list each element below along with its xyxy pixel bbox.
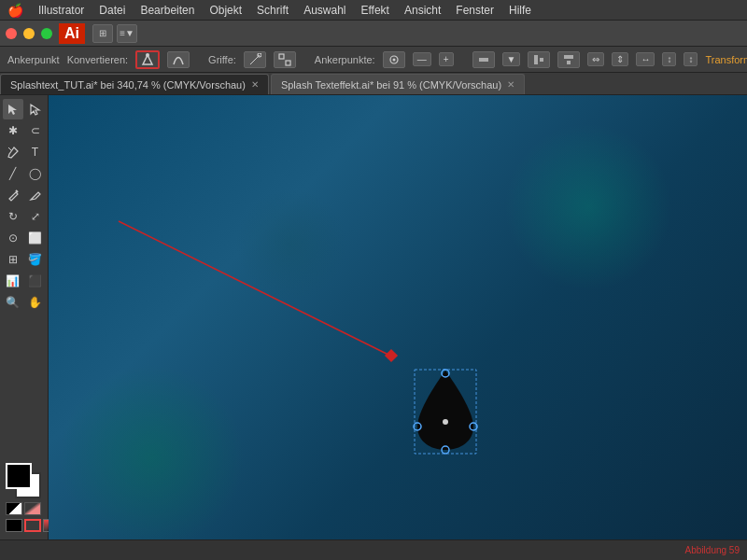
svg-line-13 — [16, 190, 18, 192]
graph-tool-pair: ⊞ 🪣 — [3, 249, 46, 270]
window-minimize-button[interactable] — [23, 28, 35, 39]
direct-selection-tool[interactable] — [25, 99, 46, 119]
svg-line-14 — [119, 221, 392, 357]
ankerpunkt-label: Ankerpunkt — [7, 54, 60, 65]
selection-tool-pair — [3, 99, 46, 119]
window-close-button[interactable] — [6, 28, 17, 39]
align-btn-2[interactable] — [557, 51, 580, 68]
svg-rect-7 — [479, 58, 488, 62]
svg-rect-3 — [279, 54, 284, 59]
svg-line-12 — [8, 147, 11, 150]
type-tool[interactable]: T — [25, 142, 46, 162]
menu-effekt[interactable]: Effekt — [360, 4, 388, 17]
canvas-area[interactable] — [49, 95, 747, 560]
app-toolbar: Ai ⊞ ≡▼ — [0, 21, 747, 47]
stroke-mode-btn[interactable] — [24, 519, 41, 532]
pen-tool[interactable] — [3, 142, 23, 162]
menu-illustrator[interactable]: Illustrator — [38, 4, 84, 17]
menu-objekt[interactable]: Objekt — [209, 4, 242, 17]
hand-tool[interactable]: ✋ — [25, 292, 46, 313]
menu-auswahl[interactable]: Auswahl — [303, 4, 345, 17]
reset-colors-btn[interactable] — [6, 502, 22, 515]
align-btn-6[interactable]: ↕ — [662, 52, 676, 66]
selection-tool[interactable] — [3, 99, 23, 119]
svg-point-0 — [146, 53, 149, 57]
paintbrush-tool[interactable] — [3, 185, 23, 205]
ellipse-tool[interactable]: ◯ — [25, 163, 46, 184]
tabs-bar: Splashtext_TUT.ai* bei 340,74 % (CMYK/Vo… — [0, 73, 747, 95]
main-area: ✱ ⊂ T ╱ ◯ ↻ ⤢ ⊙ ⬜ — [0, 95, 747, 560]
menu-hilfe[interactable]: Hilfe — [509, 4, 531, 17]
ap-btn-3[interactable]: + — [439, 52, 454, 66]
apple-menu[interactable]: 🍎 — [7, 3, 23, 18]
options-bar: Ankerpunkt Konvertieren: Griffe: Ankerpu… — [0, 47, 747, 73]
menu-bar: 🍎 Illustrator Datei Bearbeiten Objekt Sc… — [0, 0, 747, 21]
zoom-tool-pair: 🔍 ✋ — [3, 292, 46, 313]
toolbar-icon-1[interactable]: ⊞ — [92, 24, 113, 43]
ai-logo: Ai — [59, 23, 85, 44]
foreground-color-swatch[interactable] — [6, 463, 32, 489]
line-tool[interactable]: ╱ — [3, 163, 23, 184]
tab-0-close[interactable]: ✕ — [251, 79, 259, 90]
light-blob-topright — [504, 123, 672, 291]
scale-tool[interactable]: ⤢ — [25, 206, 46, 227]
rotate-tool-pair: ↻ ⤢ — [3, 206, 46, 227]
convert-corner-btn[interactable] — [135, 50, 160, 69]
droplet-svg — [413, 366, 478, 455]
swatch-pair — [6, 463, 39, 497]
ap-btn-5[interactable]: ▼ — [502, 52, 521, 66]
statusbar: Abbildung 59 — [0, 539, 747, 560]
tab-1-close[interactable]: ✕ — [507, 79, 514, 90]
rotate-tool[interactable]: ↻ — [3, 206, 23, 227]
svg-rect-9 — [540, 58, 543, 62]
status-text: Abbildung 59 — [685, 545, 740, 555]
magic-tool-pair: ✱ ⊂ — [3, 120, 46, 141]
pencil-tool[interactable] — [25, 185, 46, 205]
shape-builder-tool[interactable]: ⊞ — [3, 249, 23, 270]
light-blob-topleft — [58, 364, 245, 551]
warp-tool[interactable]: ⊙ — [3, 228, 23, 248]
ap-btn-1[interactable] — [383, 51, 405, 68]
svg-rect-4 — [286, 61, 290, 65]
griffe-btn-2[interactable] — [274, 51, 296, 68]
tab-0[interactable]: Splashtext_TUT.ai* bei 340,74 % (CMYK/Vo… — [0, 74, 269, 94]
magic-wand-tool[interactable]: ✱ — [3, 120, 23, 141]
align-btn-7[interactable]: ↕ — [684, 52, 698, 66]
slice-tool[interactable]: ⬛ — [25, 271, 46, 291]
tab-1[interactable]: Splash Texteffekt.ai* bei 91 % (CMYK/Vor… — [271, 74, 525, 94]
ap-btn-4[interactable] — [472, 51, 495, 68]
menu-ansicht[interactable]: Ansicht — [404, 4, 441, 17]
align-btn-3[interactable]: ⇔ — [587, 52, 604, 66]
live-paint-tool[interactable]: 🪣 — [25, 249, 46, 270]
menu-schrift[interactable]: Schrift — [257, 4, 289, 17]
droplet-shape[interactable] — [413, 366, 478, 450]
light-blob-center — [235, 189, 347, 301]
toolbar-icon-2[interactable]: ≡▼ — [117, 24, 137, 43]
color-swatches — [6, 463, 49, 532]
align-btn-4[interactable]: ⇕ — [612, 52, 628, 66]
fill-mode-btn[interactable] — [6, 519, 22, 532]
zoom-tool[interactable]: 🔍 — [3, 292, 23, 313]
svg-rect-10 — [564, 55, 573, 59]
align-btn-1[interactable] — [528, 51, 550, 68]
menu-datei[interactable]: Datei — [99, 4, 125, 17]
konvertieren-label: Konvertieren: — [67, 54, 128, 65]
menu-fenster[interactable]: Fenster — [456, 4, 494, 17]
swap-colors-btn[interactable] — [24, 502, 41, 515]
griffe-btn-1[interactable] — [244, 51, 266, 68]
line-tool-pair: ╱ ◯ — [3, 163, 46, 184]
lasso-tool[interactable]: ⊂ — [25, 120, 46, 141]
window-maximize-button[interactable] — [41, 28, 52, 39]
svg-rect-11 — [567, 61, 571, 64]
free-transform-tool[interactable]: ⬜ — [25, 228, 46, 248]
direction-line — [49, 95, 747, 560]
chart-tool[interactable]: 📊 — [3, 271, 23, 291]
tab-1-label: Splash Texteffekt.ai* bei 91 % (CMYK/Vor… — [281, 79, 501, 91]
ap-btn-2[interactable]: — — [413, 52, 431, 66]
convert-smooth-btn[interactable] — [167, 51, 190, 68]
align-btn-5[interactable]: ↔ — [636, 52, 655, 66]
warp-tool-pair: ⊙ ⬜ — [3, 228, 46, 248]
menu-bearbeiten[interactable]: Bearbeiten — [140, 4, 194, 17]
transform-link[interactable]: Transformiere... — [705, 54, 747, 65]
slice-tool-pair: 📊 ⬛ — [3, 271, 46, 291]
